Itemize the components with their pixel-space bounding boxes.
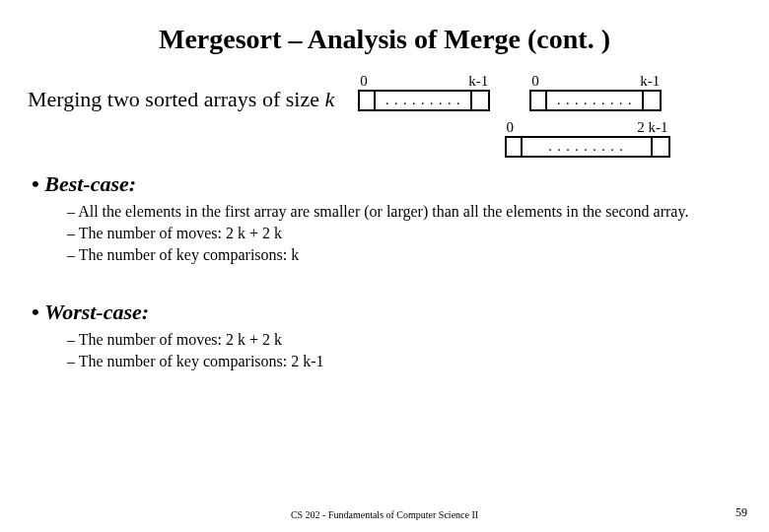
page-number: 59 — [735, 505, 747, 520]
best-case-heading: Best-case: — [32, 171, 741, 197]
worst-case-list: The number of moves: 2 k + 2 k The numbe… — [67, 331, 741, 370]
content: Best-case: All the elements in the first… — [28, 171, 741, 370]
best-case-list: All the elements in the first array are … — [67, 203, 741, 264]
input-arrays: 0 k-1 . . . . . . . . . 0 k-1 . . . . . … — [358, 73, 741, 111]
array-box: . . . . . . . . . — [505, 136, 670, 158]
array-label-left: 0 — [531, 73, 539, 90]
array-label-right: k-1 — [468, 73, 488, 90]
array-cell-end — [472, 92, 488, 109]
array-cell-start — [360, 92, 376, 109]
list-item: All the elements in the first array are … — [67, 203, 741, 221]
worst-case-heading: Worst-case: — [32, 299, 741, 325]
array-label-left: 0 — [507, 119, 515, 136]
merging-var: k — [324, 87, 334, 111]
array-diagrams: 0 k-1 . . . . . . . . . 0 k-1 . . . . . … — [352, 73, 741, 158]
array-cell-mid: . . . . . . . . . — [547, 92, 644, 109]
list-item: The number of key comparisons: 2 k-1 — [67, 353, 741, 370]
list-item: The number of moves: 2 k + 2 k — [67, 225, 741, 242]
array-label-left: 0 — [360, 73, 368, 90]
array-label-right: 2 k-1 — [637, 119, 667, 136]
array-output: 0 2 k-1 . . . . . . . . . — [505, 119, 670, 158]
merging-text: Merging two sorted arrays of size k — [28, 87, 334, 112]
array-cell-mid: . . . . . . . . . — [376, 92, 472, 109]
array-input-1: 0 k-1 . . . . . . . . . — [529, 73, 662, 111]
list-item: The number of key comparisons: k — [67, 246, 741, 264]
array-label-right: k-1 — [640, 73, 660, 90]
array-cell-end — [644, 92, 660, 109]
array-box: . . . . . . . . . — [358, 90, 490, 111]
intro-row: Merging two sorted arrays of size k 0 k-… — [28, 73, 741, 158]
output-array-row: 0 2 k-1 . . . . . . . . . — [433, 119, 741, 158]
list-item: The number of moves: 2 k + 2 k — [67, 331, 741, 349]
array-cell-mid: . . . . . . . . . — [523, 138, 653, 156]
slide-title: Mergesort – Analysis of Merge (cont. ) — [28, 24, 741, 55]
footer-text: CS 202 - Fundamentals of Computer Scienc… — [0, 509, 769, 520]
array-cell-start — [531, 92, 547, 109]
merging-prefix: Merging two sorted arrays of size — [28, 87, 324, 111]
array-input-0: 0 k-1 . . . . . . . . . — [358, 73, 490, 111]
array-box: . . . . . . . . . — [529, 90, 662, 111]
array-cell-start — [507, 138, 523, 156]
array-cell-end — [653, 138, 668, 156]
